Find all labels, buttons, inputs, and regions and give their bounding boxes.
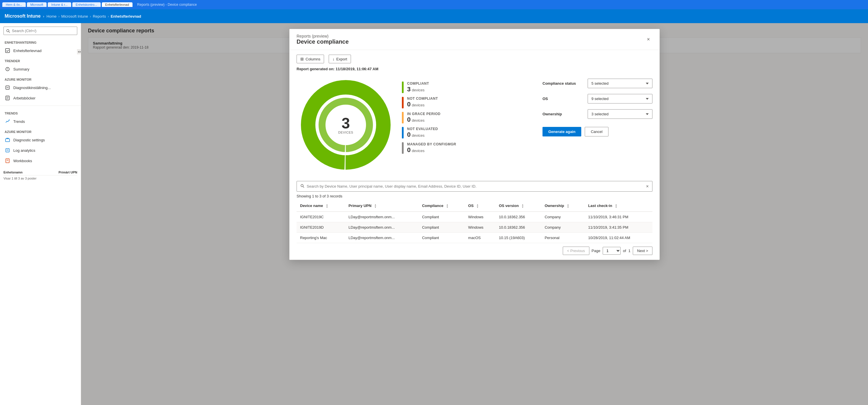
svg-point-3: [7, 70, 8, 70]
table-row[interactable]: Reporting's Mac LDay@reportmsftem.onm...…: [297, 232, 652, 243]
table-row[interactable]: IGNITE2019C LDay@reportmsftem.onm... Com…: [297, 212, 652, 222]
dialog-main-title: Device compliance: [297, 38, 349, 45]
svg-rect-11: [5, 139, 9, 142]
sort-os-version-icon[interactable]: ▲▼: [521, 204, 524, 208]
sidebar-item-enhetsfterlevnad[interactable]: Enhetsfterlevnad: [0, 45, 81, 56]
compliance-status-value: 5 selected: [591, 81, 609, 86]
cell-os-version-2: 10.0.18362.356: [495, 222, 541, 232]
records-count-label: Showing 1 to 3 of 3 records: [297, 194, 652, 198]
stat-bar-configmgr: [402, 142, 404, 154]
generate-again-button[interactable]: Generate again: [542, 127, 581, 136]
os-value: 9 selected: [591, 97, 609, 101]
export-button[interactable]: ↓ Export: [329, 55, 351, 63]
cell-ownership-3: Personal: [541, 232, 585, 243]
stat-not-eval: NOT EVALUATED 0devices: [402, 127, 535, 138]
stat-label-configmgr: MANAGED BY CONFIGMGR: [407, 142, 456, 146]
main-layout: << Enhetshantering Enhetsfterlevnad Tren…: [0, 23, 868, 405]
svg-point-23: [301, 184, 303, 187]
columns-button[interactable]: ⊞ Columns: [297, 55, 324, 63]
breadcrumb-home[interactable]: Home: [46, 14, 57, 19]
sidebar-item-wb[interactable]: Workbooks: [0, 156, 81, 166]
svg-rect-12: [6, 148, 9, 152]
sort-os-icon[interactable]: ▲▼: [476, 204, 479, 208]
diag2-icon: [5, 137, 10, 143]
stat-bar-compliant: [402, 81, 404, 93]
col-header-last-checkin[interactable]: Last check-in ▲▼: [585, 201, 652, 212]
svg-line-24: [303, 187, 304, 188]
stat-info-configmgr: MANAGED BY CONFIGMGR 0devices: [407, 142, 456, 154]
breadcrumb-intune[interactable]: Microsoft Intune: [61, 14, 88, 19]
device-search-input[interactable]: [307, 181, 646, 191]
ownership-select[interactable]: 3 selected: [588, 109, 652, 119]
cancel-button[interactable]: Cancel: [585, 127, 609, 136]
col-header-device-name[interactable]: Device name ▲▼: [297, 201, 345, 212]
sort-compliance-icon[interactable]: ▲▼: [446, 204, 448, 208]
stat-not-compliant: NOT COMPLIANT 0devices: [402, 97, 535, 108]
os-chevron-icon: [646, 98, 649, 100]
previous-button[interactable]: < Previous: [563, 246, 589, 255]
browser-tab-4[interactable]: Enhetskontro...: [72, 2, 101, 7]
filter-label-os: OS: [542, 97, 583, 101]
breadcrumb-current: Enhetsfterlevnad: [111, 14, 141, 19]
browser-tab-2[interactable]: Microsoft: [27, 2, 47, 7]
stat-bar-not-compliant: [402, 97, 404, 108]
col-header-os[interactable]: OS ▲▼: [465, 201, 495, 212]
table-row[interactable]: IGNITE2019D LDay@reportmsftem.onm... Com…: [297, 222, 652, 232]
col-header-primary-upn[interactable]: Primary UPN ▲▼: [345, 201, 418, 212]
cell-ownership-1: Company: [541, 212, 585, 222]
sidebar-top: <<: [0, 23, 81, 37]
table-body: IGNITE2019C LDay@reportmsftem.onm... Com…: [297, 212, 652, 243]
page-select[interactable]: 1: [603, 247, 621, 255]
sort-upn-icon[interactable]: ▲▼: [374, 204, 377, 208]
cell-compliance-1: Compliant: [418, 212, 465, 222]
sidebar-item-log[interactable]: Log analytics: [0, 145, 81, 156]
search-input[interactable]: [3, 27, 77, 35]
sidebar-item-trends[interactable]: Trends: [0, 116, 81, 127]
sidebar-item-workbooks1[interactable]: Arbetsböcker: [0, 93, 81, 103]
col-header-os-version[interactable]: OS version ▲▼: [495, 201, 541, 212]
columns-icon: ⊞: [300, 57, 304, 61]
trends-icon: [5, 119, 10, 124]
sidebar-search-container: [0, 23, 81, 37]
cell-upn-2: LDay@reportmsftem.onm...: [345, 222, 418, 232]
browser-tab-3[interactable]: Intune & r...: [48, 2, 71, 7]
stat-value-compliant: 3devices: [407, 86, 429, 93]
sort-checkin-icon[interactable]: ▲▼: [615, 204, 617, 208]
col-header-ownership[interactable]: Ownership ▲▼: [541, 201, 585, 212]
sidebar-collapse-button[interactable]: <<: [77, 49, 81, 54]
search-clear-icon[interactable]: ×: [646, 184, 649, 189]
svg-rect-0: [5, 48, 9, 53]
donut-total-number: 3: [338, 115, 353, 131]
browser-tab-5[interactable]: Enhetsfterlevnad: [102, 2, 133, 7]
cell-upn-1: LDay@reportmsftem.onm...: [345, 212, 418, 222]
sort-ownership-icon[interactable]: ▲▼: [567, 204, 569, 208]
nav-sep-1: ›: [43, 14, 44, 19]
app-shell: Microsoft Intune › Home › Microsoft Intu…: [0, 9, 868, 405]
dialog-header: Reports (preview) Device compliance ×: [290, 29, 659, 50]
sidebar-item-diagsett[interactable]: Diagnostikinställning...: [0, 82, 81, 93]
summary-icon: [5, 66, 10, 72]
browser-tab-1[interactable]: Hem & öv...: [2, 2, 26, 7]
filter-row-ownership: Ownership 3 selected: [542, 109, 652, 119]
cell-checkin-1: 11/10/2019, 3:46:31 PM: [585, 212, 652, 222]
sidebar-item-diag2[interactable]: Diagnostic settings: [0, 135, 81, 145]
sidebar-section-azure2: Azure monitor: [0, 127, 81, 135]
stat-value-not-compliant: 0devices: [407, 101, 438, 108]
sidebar-item-summary[interactable]: Summary: [0, 64, 81, 74]
next-button[interactable]: Next >: [633, 246, 652, 255]
stat-label-compliant: COMPLIANT: [407, 81, 429, 86]
compliance-status-select[interactable]: 5 selected: [588, 79, 652, 88]
sort-device-name-icon[interactable]: ▲▼: [326, 204, 328, 208]
dialog-close-button[interactable]: ×: [644, 36, 652, 44]
breadcrumb-reports[interactable]: Reports: [93, 14, 106, 19]
sep2: ›: [58, 14, 59, 19]
stat-info-not-compliant: NOT COMPLIANT 0devices: [407, 97, 438, 108]
col-header-compliance[interactable]: Compliance ▲▼: [418, 201, 465, 212]
cell-checkin-2: 11/10/2019, 3:41:35 PM: [585, 222, 652, 232]
sidebar-label-summary: Summary: [13, 67, 30, 71]
sidebar-divider: [0, 105, 81, 106]
stat-info-grace: IN GRACE PERIOD 0devices: [407, 112, 441, 124]
os-select[interactable]: 9 selected: [588, 94, 652, 103]
sidebar-table-header: Enhetsnamn Primärt UPN: [3, 171, 77, 175]
browser-bar: Hem & öv... Microsoft Intune & r... Enhe…: [0, 0, 868, 9]
